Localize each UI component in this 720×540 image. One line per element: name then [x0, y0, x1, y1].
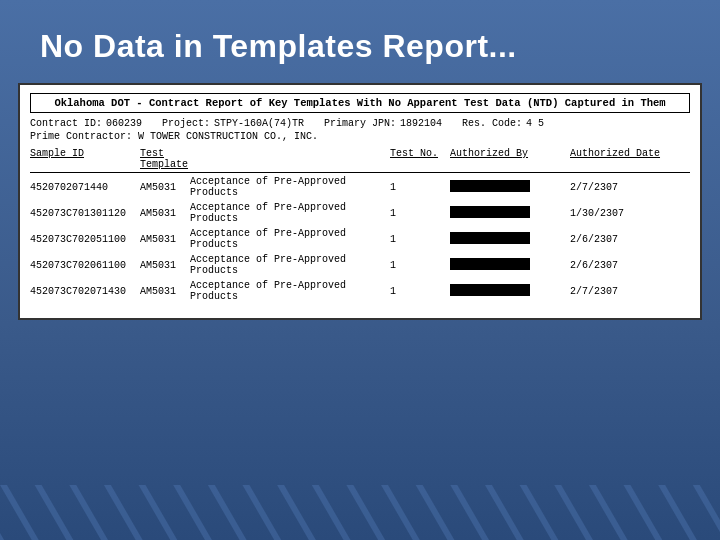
- res-code-field: Res. Code: 4 5: [462, 118, 544, 129]
- cell-sample-id: 452073C701301120: [30, 208, 140, 219]
- cell-template-name: Acceptance of Pre-Approved Products: [190, 202, 390, 224]
- col-header-sample: Sample ID: [30, 148, 140, 170]
- primary-pn-field: Primary JPN: 1892104: [324, 118, 442, 129]
- title-section: No Data in Templates Report...: [0, 0, 720, 83]
- cell-sample-id: 452073C702071430: [30, 286, 140, 297]
- res-code-value: 4 5: [526, 118, 544, 129]
- table-header: Sample ID Test Template Test No. Authori…: [30, 148, 690, 173]
- cell-template-code: AM5031: [140, 182, 190, 193]
- col-header-template-name: [190, 148, 390, 170]
- cell-template-name: Acceptance of Pre-Approved Products: [190, 280, 390, 302]
- cell-test-no: 1: [390, 182, 450, 193]
- cell-authorized-date: 2/6/2307: [570, 234, 660, 245]
- res-code-label: Res. Code:: [462, 118, 522, 129]
- contract-label: Contract ID:: [30, 118, 102, 129]
- prime-label: Prime Contractor:: [30, 131, 132, 142]
- col-header-authorized-by: Authorized By: [450, 148, 570, 170]
- cell-template-code: AM5031: [140, 234, 190, 245]
- contract-field: Contract ID: 060239: [30, 118, 142, 129]
- table-row: 452073C702061100 AM5031 Acceptance of Pr…: [30, 254, 690, 276]
- cell-authorized-date: 1/30/2307: [570, 208, 660, 219]
- slide-title: No Data in Templates Report...: [40, 28, 680, 65]
- cell-authorized-date: 2/7/2307: [570, 286, 660, 297]
- report-header-row-1: Contract ID: 060239 Project: STPY-160A(7…: [30, 118, 690, 129]
- prime-row: Prime Contractor: W TOWER CONSTRUCTION C…: [30, 131, 690, 142]
- cell-template-name: Acceptance of Pre-Approved Products: [190, 228, 390, 250]
- cell-template-code: AM5031: [140, 260, 190, 271]
- cell-sample-id: 4520702071440: [30, 182, 140, 193]
- cell-test-no: 1: [390, 234, 450, 245]
- cell-authorized-by: [450, 232, 570, 247]
- contract-value: 060239: [106, 118, 142, 129]
- table-row: 452073C702051100 AM5031 Acceptance of Pr…: [30, 228, 690, 250]
- project-field: Project: STPY-160A(74)TR: [162, 118, 304, 129]
- cell-sample-id: 452073C702061100: [30, 260, 140, 271]
- col-header-template-code: Test Template: [140, 148, 190, 170]
- report-container: Oklahoma DOT - Contract Report of Key Te…: [18, 83, 702, 320]
- cell-sample-id: 452073C702051100: [30, 234, 140, 245]
- table-section: Sample ID Test Template Test No. Authori…: [30, 148, 690, 302]
- svg-rect-1: [0, 485, 720, 540]
- cell-authorized-by: [450, 206, 570, 221]
- cell-test-no: 1: [390, 208, 450, 219]
- cell-test-no: 1: [390, 286, 450, 297]
- table-row: 452073C701301120 AM5031 Acceptance of Pr…: [30, 202, 690, 224]
- cell-authorized-by: [450, 180, 570, 195]
- project-value: STPY-160A(74)TR: [214, 118, 304, 129]
- prime-value: W TOWER CONSTRUCTION CO., INC.: [138, 131, 318, 142]
- table-row: 452073C702071430 AM5031 Acceptance of Pr…: [30, 280, 690, 302]
- primary-pn-label: Primary JPN:: [324, 118, 396, 129]
- cell-test-no: 1: [390, 260, 450, 271]
- table-row: 4520702071440 AM5031 Acceptance of Pre-A…: [30, 176, 690, 198]
- primary-pn-value: 1892104: [400, 118, 442, 129]
- cell-authorized-date: 2/6/2307: [570, 260, 660, 271]
- cell-template-name: Acceptance of Pre-Approved Products: [190, 176, 390, 198]
- col-header-authorized-date: Authorized Date: [570, 148, 660, 170]
- col-header-testno: Test No.: [390, 148, 450, 170]
- cell-authorized-date: 2/7/2307: [570, 182, 660, 193]
- report-title: Oklahoma DOT - Contract Report of Key Te…: [30, 93, 690, 113]
- cell-authorized-by: [450, 258, 570, 273]
- cell-authorized-by: [450, 284, 570, 299]
- cell-template-name: Acceptance of Pre-Approved Products: [190, 254, 390, 276]
- slide-container: No Data in Templates Report... Oklahoma …: [0, 0, 720, 540]
- bottom-decoration: [0, 485, 720, 540]
- cell-template-code: AM5031: [140, 208, 190, 219]
- cell-template-code: AM5031: [140, 286, 190, 297]
- project-label: Project:: [162, 118, 210, 129]
